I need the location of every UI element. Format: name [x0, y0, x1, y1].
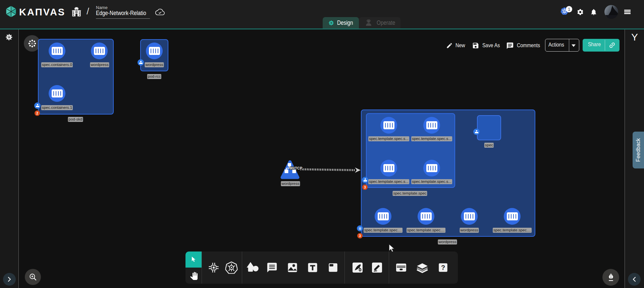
svg-text:?: ? — [441, 264, 445, 271]
